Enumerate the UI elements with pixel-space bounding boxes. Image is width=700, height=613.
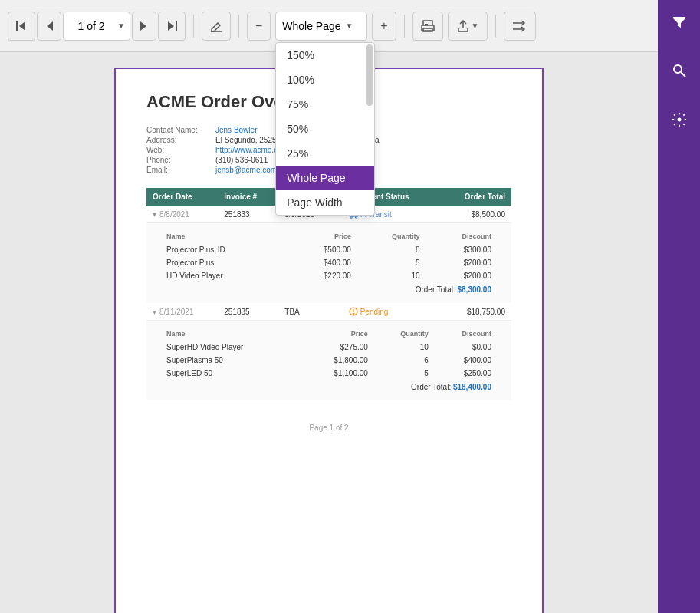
page-dropdown-arrow[interactable]: ▼ (117, 21, 125, 30)
item-price: $400.00 (288, 256, 356, 269)
next-page-button[interactable] (132, 12, 156, 41)
list-item: SuperPlasma 50 $1,800.00 6 $400.00 (162, 354, 496, 367)
item-qty: 10 (356, 269, 425, 282)
share-button[interactable]: ▼ (448, 12, 488, 41)
zoom-dropdown-arrow: ▼ (346, 21, 353, 30)
order-row: ▾8/11/2021 251835 TBA Pending $18,750.00 (146, 303, 511, 321)
contact-name-value: Jens Bowler (215, 126, 257, 134)
zoom-option-100[interactable]: 100% (276, 68, 374, 92)
zoom-scrollbar[interactable] (366, 44, 373, 106)
svg-point-0 (674, 65, 682, 73)
zoom-option-150[interactable]: 150% (276, 43, 374, 68)
order-invoice: 251835 (218, 303, 278, 321)
svg-point-17 (353, 313, 354, 315)
svg-marker-5 (47, 21, 53, 31)
item-price: $1,800.00 (302, 354, 373, 367)
settings-icon[interactable] (665, 106, 693, 133)
order-total: $18,750.00 (440, 303, 511, 321)
toolbar: ▼ − (0, 0, 658, 52)
col-order-total: Order Total (440, 188, 511, 206)
orders-table: Order Date Invoice # Ship Date Shipment … (146, 188, 511, 400)
item-price: $275.00 (302, 341, 373, 354)
svg-marker-6 (140, 21, 146, 31)
zoom-in-button[interactable]: + (372, 12, 396, 41)
order-details-row: Name Price Quantity Discount Projector P… (146, 223, 511, 304)
item-discount: $200.00 (425, 256, 496, 269)
col-invoice: Invoice # (218, 188, 278, 206)
item-name: Projector Plus (162, 256, 288, 269)
contact-phone-value: (310) 536-0611 (215, 156, 268, 164)
item-name: SuperPlasma 50 (162, 354, 302, 367)
svg-rect-7 (176, 21, 177, 31)
item-qty: 6 (373, 354, 433, 367)
contact-phone-label: Phone: (146, 156, 215, 164)
page-footer: Page 1 of 2 (146, 423, 511, 432)
filter-icon[interactable] (665, 8, 693, 35)
item-name: SuperHD Video Player (162, 341, 302, 354)
contact-email-value: jensb@acme.com (215, 166, 277, 174)
zoom-container: Whole Page ▼ 150% 100% 75% 50% 25% Whole… (275, 12, 367, 41)
list-item: Projector Plus $400.00 5 $200.00 (162, 256, 496, 269)
separator-4 (495, 15, 496, 38)
item-price: $1,100.00 (302, 367, 373, 380)
separator-3 (404, 15, 405, 38)
page-input[interactable] (68, 20, 114, 32)
item-discount: $300.00 (425, 243, 496, 256)
order-invoice: 251833 (218, 206, 278, 223)
prev-page-button[interactable] (37, 12, 61, 41)
zoom-label: Whole Page (282, 20, 340, 32)
item-name: HD Video Player (162, 269, 288, 282)
edit-button[interactable] (202, 12, 231, 41)
print-button[interactable] (412, 12, 443, 41)
item-qty: 5 (373, 367, 433, 380)
item-qty: 5 (356, 256, 425, 269)
item-discount: $250.00 (433, 367, 496, 380)
order-total: $8,500.00 (440, 206, 511, 223)
page-input-container: ▼ (63, 12, 130, 41)
item-discount: $0.00 (433, 341, 496, 354)
order-details-row: Name Price Quantity Discount SuperHD Vid… (146, 321, 511, 401)
main-area: ▼ − (0, 0, 658, 613)
svg-point-2 (677, 118, 681, 122)
svg-point-13 (350, 216, 351, 218)
item-name: Projector PlusHD (162, 243, 288, 256)
svg-marker-8 (168, 21, 174, 31)
svg-rect-3 (16, 21, 18, 31)
shuffle-button[interactable] (504, 12, 536, 41)
right-sidebar (658, 0, 700, 613)
zoom-option-50[interactable]: 50% (276, 117, 374, 141)
zoom-option-pagewidth[interactable]: Page Width (276, 190, 374, 215)
list-item: SuperLED 50 $1,100.00 5 $250.00 (162, 367, 496, 380)
zoom-option-75[interactable]: 75% (276, 92, 374, 117)
search-icon[interactable] (665, 57, 693, 84)
order-status: Pending (343, 303, 440, 321)
item-qty: 8 (356, 243, 425, 256)
item-discount: $400.00 (433, 354, 496, 367)
list-item: HD Video Player $220.00 10 $200.00 (162, 269, 496, 282)
separator-2 (238, 15, 239, 38)
contact-address-label: Address: (146, 136, 215, 144)
item-price: $500.00 (288, 243, 356, 256)
list-item: SuperHD Video Player $275.00 10 $0.00 (162, 341, 496, 354)
item-name: SuperLED 50 (162, 367, 302, 380)
last-page-button[interactable] (158, 12, 186, 41)
page-navigation: ▼ (8, 12, 186, 41)
zoom-select-button[interactable]: Whole Page ▼ (275, 12, 367, 41)
order-date: ▾8/8/2021 (146, 206, 218, 223)
contact-name-label: Contact Name: (146, 126, 215, 134)
list-item: Projector PlusHD $500.00 8 $300.00 (162, 243, 496, 256)
item-qty: 10 (373, 341, 433, 354)
order-ship-date: TBA (278, 303, 342, 321)
zoom-out-button[interactable]: − (247, 12, 271, 41)
first-page-button[interactable] (8, 12, 35, 41)
svg-line-1 (681, 72, 685, 77)
order-date: ▾8/11/2021 (146, 303, 218, 321)
svg-marker-4 (19, 21, 25, 31)
item-discount: $200.00 (425, 269, 496, 282)
zoom-option-wholepage[interactable]: Whole Page (276, 166, 374, 190)
share-dropdown-arrow: ▼ (472, 21, 479, 30)
contact-web-label: Web: (146, 146, 215, 154)
zoom-option-25[interactable]: 25% (276, 141, 374, 166)
separator-1 (193, 15, 194, 38)
col-order-date: Order Date (146, 188, 218, 206)
